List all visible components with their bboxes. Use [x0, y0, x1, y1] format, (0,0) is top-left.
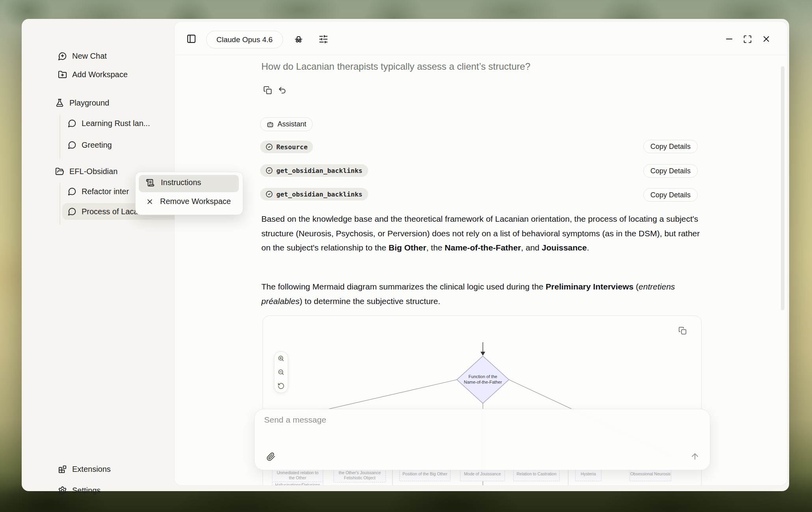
chat-bubble-icon: [68, 187, 76, 196]
panel-left-icon: [186, 34, 196, 44]
node-line: Hallucinations/Delusions: [272, 482, 323, 485]
attach-file-button[interactable]: [266, 452, 276, 461]
minimize-button[interactable]: [724, 34, 734, 44]
chat-settings-button[interactable]: [318, 34, 328, 44]
maximize-button[interactable]: [742, 34, 752, 44]
new-chat-button[interactable]: New Chat: [58, 50, 107, 62]
extensions-button[interactable]: Extensions: [58, 463, 111, 475]
settings-button[interactable]: Settings: [58, 484, 101, 496]
chat-label: Greeting: [82, 141, 112, 150]
menu-item-remove-workspace[interactable]: Remove Workspace: [146, 197, 231, 206]
copy-diagram-button[interactable]: [678, 326, 687, 335]
gear-icon: [58, 486, 67, 495]
chat-bubble-icon: [68, 207, 76, 216]
close-icon: [762, 34, 771, 44]
check-circle-icon: [266, 167, 273, 174]
menu-item-instructions[interactable]: Instructions: [146, 178, 201, 187]
tool-name: Resource: [276, 143, 307, 151]
close-button[interactable]: [761, 34, 771, 44]
diagram-zoom-controls: [274, 351, 288, 393]
tool-name: get_obsidian_backlinks: [276, 167, 363, 174]
workspace-context-menu: Instructions Remove Workspace: [135, 172, 243, 215]
copy-icon: [263, 86, 272, 95]
sidebar-section-playground[interactable]: Playground: [55, 97, 109, 109]
flowchart-node: Position of the Big Other: [399, 469, 451, 481]
model-selector[interactable]: Claude Opus 4.6: [206, 31, 283, 48]
node-line: the Other's Jouissance: [334, 470, 386, 475]
assistant-badge-label: Assistant: [277, 120, 306, 128]
retry-message-button[interactable]: [278, 86, 287, 95]
check-circle-icon: [266, 143, 273, 150]
flowchart-node: Unmediated relation to the Other: [272, 469, 323, 482]
incognito-icon: [294, 34, 304, 44]
chat-panel: Claude Opus 4.6 How do Lacanian therapis…: [175, 22, 787, 485]
zoom-reset-button[interactable]: [277, 382, 285, 390]
flowchart-node: Hallucinations/Delusions: [272, 482, 323, 485]
scrollbar-thumb[interactable]: [781, 66, 784, 310]
text-run: (: [633, 282, 639, 291]
copy-details-button[interactable]: Copy Details: [643, 164, 698, 178]
extensions-icon: [58, 465, 67, 474]
text-run: ) to determine the subjective structure.: [300, 297, 440, 306]
sidebar-chat-greeting[interactable]: Greeting: [68, 139, 112, 151]
add-workspace-button[interactable]: Add Workspace: [58, 69, 128, 80]
workspace-label: EFL-Obsidian: [69, 167, 117, 176]
add-workspace-label: Add Workspace: [72, 70, 128, 79]
zoom-out-icon: [277, 369, 285, 376]
zoom-in-button[interactable]: [277, 355, 285, 362]
toggle-sidebar-button[interactable]: [186, 34, 196, 44]
settings-label: Settings: [72, 486, 101, 495]
copy-message-button[interactable]: [263, 86, 272, 95]
flask-icon: [55, 98, 64, 108]
zoom-out-button[interactable]: [277, 369, 285, 376]
send-message-button[interactable]: [690, 452, 700, 461]
decision-node-line2: Name-of-the-Father: [451, 379, 514, 385]
x-icon: [146, 198, 154, 206]
flowchart-edge: [568, 470, 568, 485]
tool-call-get-obsidian-backlinks[interactable]: get_obsidian_backlinks: [260, 164, 368, 177]
minimize-icon: [724, 34, 734, 44]
text-run: , the: [426, 243, 445, 252]
copy-icon: [678, 326, 687, 335]
node-line: the Other: [272, 475, 323, 480]
message-composer: [254, 409, 710, 470]
new-chat-icon: [58, 52, 67, 61]
bold-run: Jouissance: [542, 243, 587, 252]
playground-label: Playground: [69, 98, 109, 108]
folder-plus-icon: [58, 70, 67, 79]
menu-item-label: Instructions: [161, 178, 201, 187]
decision-node-label: Function of the Name-of-the-Father: [451, 374, 514, 385]
extensions-label: Extensions: [72, 465, 111, 474]
sidebar-chat-refactor[interactable]: Refactor inter: [68, 186, 129, 197]
reset-view-icon: [277, 382, 285, 390]
node-line: Unmediated relation to: [272, 470, 323, 475]
tool-call-resource[interactable]: Resource: [260, 141, 313, 153]
sliders-icon: [318, 34, 328, 44]
text-run: , and: [521, 243, 542, 252]
tool-call-get-obsidian-backlinks[interactable]: get_obsidian_backlinks: [260, 188, 368, 200]
check-circle-icon: [266, 191, 273, 198]
incognito-mode-button[interactable]: [294, 34, 304, 44]
maximize-icon: [743, 35, 752, 44]
copy-details-button[interactable]: Copy Details: [643, 140, 698, 153]
folder-open-icon: [55, 167, 64, 176]
copy-details-button[interactable]: Copy Details: [643, 188, 698, 202]
assistant-badge: Assistant: [260, 117, 313, 131]
indent-guide: [60, 183, 60, 224]
decision-node-line1: Function of the: [451, 374, 514, 379]
flowchart-node: Hysteria: [575, 469, 602, 481]
app-window: New Chat Add Workspace Playground Learni…: [22, 19, 789, 491]
desktop: New Chat Add Workspace Playground Learni…: [0, 0, 812, 512]
chat-bubble-icon: [68, 141, 76, 149]
arrow-up-icon: [690, 452, 700, 461]
paperclip-icon: [266, 452, 276, 461]
message-input[interactable]: [255, 409, 710, 470]
node-line: Fetishistic Object: [334, 475, 386, 480]
undo-icon: [278, 86, 287, 95]
sidebar-section-efl-obsidian[interactable]: EFL-Obsidian: [55, 165, 117, 177]
sidebar-chat-learning-rust[interactable]: Learning Rust lan...: [68, 117, 150, 129]
bold-run: Preliminary Interviews: [546, 282, 633, 291]
text-run: The following Mermaid diagram summarizes…: [261, 282, 546, 291]
robot-icon: [266, 121, 274, 128]
scroll-icon: [146, 178, 155, 187]
